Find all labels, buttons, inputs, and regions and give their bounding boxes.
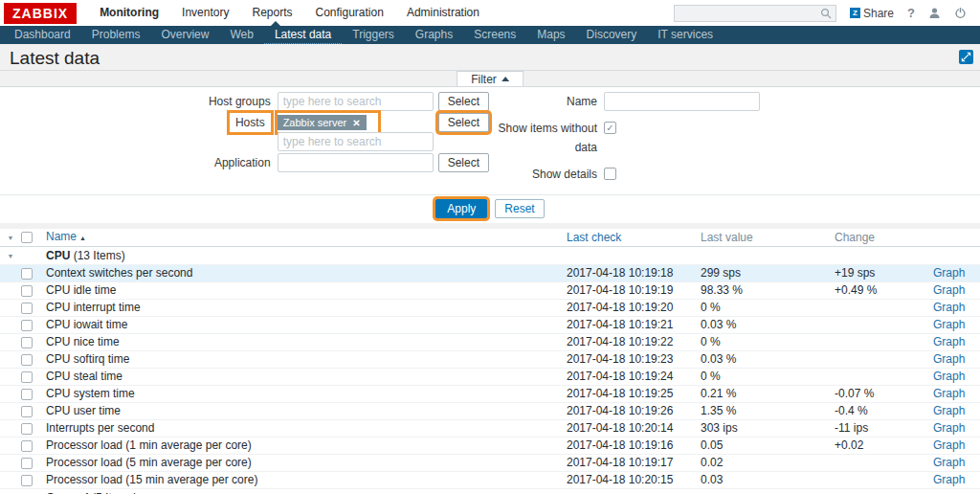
row-checkbox[interactable]	[21, 475, 33, 486]
share-button[interactable]: Z Share	[850, 7, 894, 20]
show-items-without-data-checkbox[interactable]: ✓	[604, 122, 616, 134]
hosts-input[interactable]	[278, 132, 434, 151]
top-menu-item-inventory[interactable]: Inventory	[170, 0, 240, 26]
logout-button[interactable]	[954, 7, 967, 19]
row-checkbox[interactable]	[21, 406, 33, 417]
graph-link[interactable]: Graph	[933, 266, 965, 280]
table-row: CPU user time2017-04-18 10:19:261.35 %-0…	[0, 403, 980, 420]
item-last-value: 0 %	[701, 334, 835, 351]
top-menu-item-configuration[interactable]: Configuration	[304, 0, 395, 26]
item-last-value: 0.05	[701, 438, 835, 455]
row-checkbox[interactable]	[21, 337, 33, 348]
graph-link[interactable]: Graph	[933, 283, 965, 297]
group-collapse-icon[interactable]: ▼	[8, 253, 14, 259]
select-all-checkbox[interactable]	[21, 232, 33, 243]
hosts-select-button[interactable]: Select	[438, 113, 489, 132]
global-search[interactable]	[674, 5, 836, 22]
nav-item-web[interactable]: Web	[219, 26, 263, 44]
nav-item-triggers[interactable]: Triggers	[342, 26, 405, 44]
item-last-check: 2017-04-18 10:19:25	[567, 386, 701, 403]
graph-link[interactable]: Graph	[933, 473, 965, 486]
item-last-value: 1.35 %	[701, 403, 835, 420]
item-change	[835, 455, 933, 472]
profile-button[interactable]	[928, 7, 941, 19]
host-chip-label: Zabbix server	[283, 117, 347, 128]
row-checkbox[interactable]	[21, 458, 33, 469]
filter-right-column: Name Show items without data ✓ Show deta…	[489, 92, 760, 191]
row-checkbox[interactable]	[21, 371, 33, 383]
application-select-button[interactable]: Select	[438, 153, 489, 172]
collapse-all-icon[interactable]: ▼	[8, 235, 14, 241]
row-checkbox[interactable]	[21, 440, 33, 452]
nav-item-latest-data[interactable]: Latest data	[264, 27, 342, 44]
graph-link[interactable]: Graph	[933, 438, 965, 452]
table-row: Interrupts per second2017-04-18 10:20:14…	[0, 420, 980, 438]
hosts-row: Hosts Zabbix server ✕	[0, 113, 489, 151]
graph-link[interactable]: Graph	[933, 421, 965, 435]
item-change	[835, 351, 933, 369]
fullscreen-button[interactable]	[959, 50, 973, 64]
nav-item-screens[interactable]: Screens	[463, 26, 526, 44]
row-checkbox[interactable]	[21, 354, 33, 366]
graph-link[interactable]: Graph	[933, 387, 965, 400]
row-checkbox[interactable]	[21, 303, 33, 314]
graph-link[interactable]: Graph	[933, 456, 965, 469]
row-checkbox[interactable]	[21, 268, 33, 280]
sort-by-name[interactable]: Name	[46, 230, 77, 243]
application-input[interactable]	[278, 153, 434, 172]
share-label: Share	[863, 7, 894, 20]
row-checkbox[interactable]	[21, 320, 33, 331]
name-filter-input[interactable]	[604, 92, 760, 111]
latest-data-table: ▼ Name▲ Last check Last value Change ▼CP…	[0, 229, 980, 494]
filter-tab[interactable]: Filter	[457, 71, 523, 86]
row-checkbox[interactable]	[21, 285, 33, 297]
top-menu: MonitoringInventoryReportsConfigurationA…	[88, 0, 491, 26]
top-menu-item-monitoring[interactable]: Monitoring	[88, 0, 170, 26]
table-row: CPU system time2017-04-18 10:19:250.21 %…	[0, 386, 980, 403]
show-details-checkbox[interactable]	[604, 168, 616, 180]
hosts-multiselect[interactable]: Zabbix server ✕	[278, 113, 434, 151]
name-filter-row: Name	[489, 92, 760, 111]
nav-item-it-services[interactable]: IT services	[647, 26, 724, 44]
host-groups-select-button[interactable]: Select	[438, 92, 489, 111]
table-header-row: ▼ Name▲ Last check Last value Change	[0, 229, 980, 247]
item-last-value: 299 sps	[701, 265, 835, 282]
nav-item-graphs[interactable]: Graphs	[405, 26, 463, 44]
search-input[interactable]	[679, 8, 820, 19]
graph-link[interactable]: Graph	[933, 352, 965, 366]
item-change	[835, 334, 933, 351]
item-change: -11 ips	[835, 420, 933, 438]
filter-section: Filter Host groups Select Hosts	[0, 86, 980, 223]
collapse-up-icon	[501, 77, 509, 81]
nav-item-overview[interactable]: Overview	[150, 26, 219, 44]
nav-item-dashboard[interactable]: Dashboard	[4, 26, 81, 44]
reset-button[interactable]: Reset	[495, 199, 544, 218]
graph-link[interactable]: Graph	[933, 301, 965, 314]
zabbix-logo[interactable]: ZABBIX	[4, 3, 77, 24]
graph-link[interactable]: Graph	[933, 335, 965, 348]
top-menu-item-administration[interactable]: Administration	[395, 0, 491, 26]
sort-by-last-check[interactable]: Last check	[567, 231, 621, 244]
name-filter-label: Name	[489, 92, 604, 111]
group-name: General	[46, 491, 89, 494]
graph-link[interactable]: Graph	[933, 370, 965, 383]
nav-item-maps[interactable]: Maps	[526, 26, 575, 44]
table-row: CPU nice time2017-04-18 10:19:220 %Graph	[0, 334, 980, 351]
item-name: Processor load (15 min average per core)	[46, 472, 567, 489]
fullscreen-icon	[961, 52, 971, 62]
host-groups-input[interactable]	[278, 92, 434, 111]
nav-item-discovery[interactable]: Discovery	[576, 26, 648, 44]
host-groups-row: Host groups Select	[0, 92, 489, 111]
graph-link[interactable]: Graph	[933, 404, 965, 417]
row-checkbox[interactable]	[21, 423, 33, 435]
apply-button[interactable]: Apply	[435, 199, 487, 218]
host-chip[interactable]: Zabbix server ✕	[278, 115, 367, 130]
table-row: CPU steal time2017-04-18 10:19:240 %Grap…	[0, 369, 980, 386]
table-row: Processor load (1 min average per core)2…	[0, 438, 980, 455]
help-button[interactable]: ?	[907, 6, 915, 20]
nav-item-problems[interactable]: Problems	[81, 26, 151, 44]
item-name: CPU steal time	[46, 369, 567, 386]
chip-remove-icon[interactable]: ✕	[352, 118, 360, 128]
graph-link[interactable]: Graph	[933, 318, 965, 331]
row-checkbox[interactable]	[21, 389, 33, 400]
